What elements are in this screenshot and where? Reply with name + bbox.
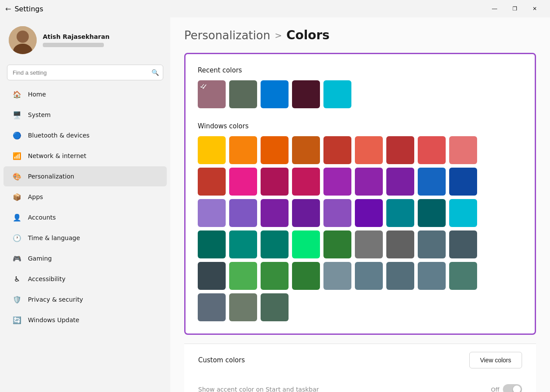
windows-color-swatch-11[interactable]: [261, 168, 289, 196]
toggle-thumb: [513, 385, 521, 392]
sidebar-item-label-bluetooth: Bluetooth & devices: [28, 132, 89, 139]
windows-color-swatch-18[interactable]: [198, 199, 226, 227]
sidebar-item-label-home: Home: [28, 91, 46, 98]
sidebar-item-update[interactable]: 🔄Windows Update: [3, 310, 167, 330]
windows-color-swatch-20[interactable]: [261, 199, 289, 227]
windows-color-swatch-36[interactable]: [198, 262, 226, 290]
windows-color-swatch-41[interactable]: [355, 262, 383, 290]
windows-color-swatch-12[interactable]: [292, 168, 320, 196]
recent-color-swatch-0[interactable]: ✓: [198, 80, 226, 108]
windows-color-swatch-28[interactable]: [229, 230, 257, 258]
windows-color-swatch-32[interactable]: [355, 230, 383, 258]
color-panel: Recent colors ✓ Windows colors: [184, 53, 536, 335]
windows-color-swatch-16[interactable]: [418, 168, 446, 196]
sidebar-item-label-accounts: Accounts: [28, 214, 56, 221]
titlebar: ← Settings — ❐ ✕: [0, 0, 550, 17]
svg-point-1: [17, 31, 29, 43]
windows-color-swatch-17[interactable]: [449, 168, 477, 196]
windows-color-swatch-0[interactable]: [198, 136, 226, 164]
sidebar-item-label-network: Network & internet: [28, 152, 86, 159]
windows-color-swatch-29[interactable]: [261, 230, 289, 258]
windows-color-swatch-23[interactable]: [355, 199, 383, 227]
maximize-button[interactable]: ❐: [505, 2, 525, 16]
recent-color-swatch-1[interactable]: [229, 80, 257, 108]
windows-color-swatch-26[interactable]: [449, 199, 477, 227]
sidebar-item-network[interactable]: 📶Network & internet: [3, 146, 167, 166]
sidebar-item-accessibility[interactable]: ♿Accessibility: [3, 269, 167, 289]
sidebar-item-accounts[interactable]: 👤Accounts: [3, 207, 167, 227]
gaming-icon: 🎮: [12, 254, 22, 263]
windows-color-swatch-43[interactable]: [418, 262, 446, 290]
custom-colors-label: Custom colors: [198, 356, 245, 364]
windows-color-swatch-4[interactable]: [323, 136, 351, 164]
windows-color-swatch-15[interactable]: [386, 168, 414, 196]
windows-color-swatch-47[interactable]: [261, 293, 289, 321]
windows-color-swatch-14[interactable]: [355, 168, 383, 196]
toggle-track[interactable]: [503, 384, 522, 392]
windows-color-swatch-33[interactable]: [386, 230, 414, 258]
search-icon: 🔍: [151, 69, 159, 76]
sidebar-item-label-apps: Apps: [28, 193, 43, 200]
windows-color-swatch-24[interactable]: [386, 199, 414, 227]
close-button[interactable]: ✕: [525, 2, 545, 16]
recent-color-swatch-4[interactable]: [323, 80, 351, 108]
windows-color-swatch-22[interactable]: [323, 199, 351, 227]
windows-color-swatch-1[interactable]: [229, 136, 257, 164]
windows-color-swatch-7[interactable]: [418, 136, 446, 164]
bluetooth-icon: 🔵: [12, 131, 22, 140]
windows-color-swatch-45[interactable]: [198, 293, 226, 321]
sidebar-item-home[interactable]: 🏠Home: [3, 84, 167, 104]
sidebar-item-apps[interactable]: 📦Apps: [3, 187, 167, 207]
windows-color-swatch-6[interactable]: [386, 136, 414, 164]
windows-color-swatch-46[interactable]: [229, 293, 257, 321]
sidebar-item-personalization[interactable]: 🎨Personalization: [3, 166, 167, 186]
sidebar-item-system[interactable]: 🖥️System: [3, 105, 167, 125]
recent-color-swatch-3[interactable]: [292, 80, 320, 108]
sidebar-item-gaming[interactable]: 🎮Gaming: [3, 248, 167, 268]
sidebar-item-bluetooth[interactable]: 🔵Bluetooth & devices: [3, 125, 167, 145]
windows-color-swatch-39[interactable]: [292, 262, 320, 290]
view-colors-button[interactable]: View colors: [469, 352, 522, 368]
windows-color-swatch-10[interactable]: [229, 168, 257, 196]
windows-color-swatch-31[interactable]: [323, 230, 351, 258]
windows-color-swatch-38[interactable]: [261, 262, 289, 290]
windows-color-swatch-37[interactable]: [229, 262, 257, 290]
windows-color-swatch-35[interactable]: [449, 230, 477, 258]
windows-color-swatch-5[interactable]: [355, 136, 383, 164]
windows-colors-grid: [198, 136, 522, 321]
windows-color-swatch-42[interactable]: [386, 262, 414, 290]
windows-color-swatch-25[interactable]: [418, 199, 446, 227]
toggle-off-label: Off: [491, 386, 499, 392]
titlebar-controls: — ❐ ✕: [485, 2, 545, 16]
sidebar-item-privacy[interactable]: 🛡️Privacy & security: [3, 289, 167, 309]
windows-color-swatch-21[interactable]: [292, 199, 320, 227]
bottom-bar: Custom colors View colors: [184, 344, 536, 376]
windows-color-swatch-3[interactable]: [292, 136, 320, 164]
avatar: [9, 26, 37, 54]
titlebar-title: Settings: [14, 5, 43, 13]
sidebar-item-label-time: Time & language: [28, 234, 80, 241]
sidebar-item-label-privacy: Privacy & security: [28, 296, 83, 303]
windows-color-swatch-19[interactable]: [229, 199, 257, 227]
titlebar-left: ← Settings: [5, 5, 43, 13]
recent-colors-title: Recent colors: [198, 66, 522, 74]
windows-color-swatch-9[interactable]: [198, 168, 226, 196]
windows-color-swatch-2[interactable]: [261, 136, 289, 164]
windows-color-swatch-8[interactable]: [449, 136, 477, 164]
search-input[interactable]: [7, 65, 163, 80]
accent-bar: Show accent color on Start and taskbar O…: [184, 376, 536, 392]
windows-color-swatch-30[interactable]: [292, 230, 320, 258]
back-arrow[interactable]: ←: [5, 5, 11, 13]
apps-icon: 📦: [12, 192, 22, 202]
windows-color-swatch-40[interactable]: [323, 262, 351, 290]
windows-color-swatch-44[interactable]: [449, 262, 477, 290]
sidebar-item-time[interactable]: 🕐Time & language: [3, 228, 167, 248]
windows-color-swatch-34[interactable]: [418, 230, 446, 258]
user-subtitle: [43, 43, 104, 47]
user-name: Atish Rajasekharan: [43, 33, 110, 40]
windows-color-swatch-27[interactable]: [198, 230, 226, 258]
minimize-button[interactable]: —: [485, 2, 505, 16]
windows-color-swatch-13[interactable]: [323, 168, 351, 196]
recent-color-swatch-2[interactable]: [261, 80, 289, 108]
accent-toggle: Off: [491, 384, 522, 392]
